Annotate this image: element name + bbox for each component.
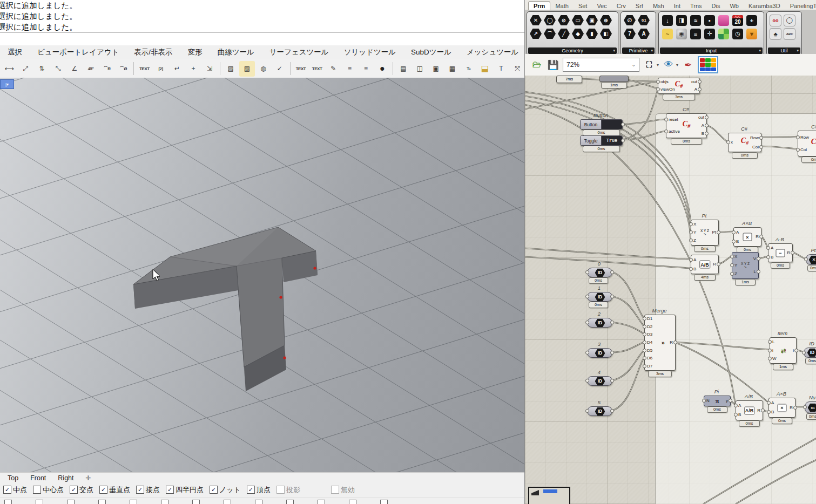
vector-xyz[interactable]: XYZVLX Y Z↘ [732, 252, 759, 279]
checkbox-icon[interactable] [349, 500, 356, 504]
point-add-icon[interactable]: + [186, 61, 201, 77]
gh-tab-crv[interactable]: Crv [612, 2, 631, 10]
list-icon[interactable]: ≡ [342, 61, 357, 77]
viewport-tab-top[interactable]: Top [8, 474, 18, 482]
osnap-option[interactable]: 無効 [331, 485, 355, 495]
text-find-icon[interactable]: TEXT [309, 61, 325, 77]
checkbox-checked-icon[interactable]: ✓ [3, 486, 11, 494]
output-socket[interactable] [698, 87, 702, 91]
multiply-b[interactable]: ABR× [768, 398, 795, 418]
box-copy-icon[interactable]: ▣ [428, 61, 443, 77]
panel-7ms[interactable]: 7ms [556, 76, 582, 83]
text-format-icon[interactable]: T [494, 61, 509, 77]
checkbox-icon[interactable] [130, 500, 137, 504]
button-node[interactable]: Button [580, 119, 623, 130]
boolean-icon[interactable]: ∅ [624, 15, 636, 25]
widget-icon[interactable]: ✛ [704, 29, 715, 39]
sphere-icon[interactable]: ● [375, 61, 390, 77]
output-socket[interactable] [717, 262, 720, 266]
disc-icon[interactable]: ⊘ [558, 15, 570, 25]
output-socket[interactable] [717, 230, 720, 234]
input-socket[interactable] [585, 270, 589, 274]
dim-linear-icon[interactable]: ⟷ [2, 61, 17, 77]
dim-diameter-icon[interactable]: ⌒Ø [116, 61, 131, 77]
dim-angle-icon[interactable]: ∠ [67, 61, 82, 77]
checkbox-icon[interactable] [98, 500, 106, 504]
osnap-option[interactable]: 投影 [277, 485, 300, 495]
gumball-icon[interactable]: + [746, 15, 757, 26]
output-socket[interactable] [757, 270, 760, 274]
surface-icon[interactable]: ◧ [600, 29, 612, 39]
paint-icon[interactable]: ▼ [746, 29, 757, 39]
dim-angle45-icon[interactable]: 45° [83, 61, 98, 77]
dim-check-icon[interactable]: ✓ [272, 61, 287, 77]
output-socket[interactable] [705, 132, 709, 135]
input-socket[interactable] [643, 340, 646, 344]
number-icon[interactable]: 0.1 [638, 15, 650, 25]
output-socket[interactable] [791, 251, 794, 255]
osnap-option[interactable]: ✓四半円点 [166, 485, 204, 495]
menu-item[interactable]: メッシュツール [459, 47, 524, 57]
id-param-4[interactable]: ID [587, 376, 612, 386]
gh-tab-karamba3d[interactable]: Karamba3D [744, 2, 785, 10]
text-icon[interactable]: TEXT [137, 61, 152, 77]
mesh-icon[interactable]: ⊕ [600, 15, 612, 25]
chevron-down-icon[interactable]: ▾ [676, 63, 678, 67]
input-socket[interactable] [664, 130, 668, 133]
input-socket[interactable] [656, 80, 660, 84]
stack-icon[interactable]: ≡ [690, 29, 701, 39]
calendar-icon[interactable]: AUG20 [732, 15, 743, 26]
arc-icon[interactable]: ⌒ [544, 29, 556, 39]
text-dot-icon[interactable]: T• [461, 61, 476, 77]
point-icon[interactable]: ◆ [572, 29, 584, 39]
input-socket[interactable] [730, 255, 734, 258]
input-socket[interactable] [702, 399, 706, 403]
t-shaped-solid[interactable] [133, 227, 318, 391]
osnap-option[interactable]: 中心点 [33, 485, 64, 495]
abc-icon[interactable]: ABC [784, 28, 795, 40]
input-socket[interactable] [796, 148, 800, 152]
panel-label[interactable]: Geometry▾ [528, 47, 617, 54]
checkbox-icon[interactable] [192, 500, 200, 504]
input-socket[interactable] [689, 267, 693, 271]
construct-point[interactable]: XYZPtX Y Z↘ [691, 220, 719, 246]
menu-item[interactable]: 曲線ツール [210, 47, 262, 57]
clock-icon[interactable]: ◷ [732, 29, 743, 39]
input-socket[interactable] [768, 340, 772, 344]
box-display-icon[interactable]: ◫ [412, 61, 427, 77]
input-socket[interactable] [730, 263, 734, 267]
import-icon[interactable]: ↓ [662, 15, 673, 26]
preview-eye-icon[interactable]: 👁 [662, 58, 675, 71]
output-socket[interactable] [610, 295, 614, 298]
input-socket[interactable] [643, 364, 646, 368]
input-socket[interactable] [689, 258, 693, 262]
input-socket[interactable] [732, 240, 736, 243]
folder-text-icon[interactable]: ⬓ [477, 61, 493, 77]
toggle-node[interactable]: ToggleTrue [580, 135, 623, 146]
output-socket[interactable] [621, 139, 625, 142]
csharp-rowcol[interactable]: xRowColC# [728, 133, 761, 152]
gh-tab-math[interactable]: Math [550, 2, 573, 10]
osnap-option[interactable]: ✓頂点 [247, 485, 271, 495]
divide-a[interactable]: ABRA/B [691, 255, 719, 274]
osnap-option[interactable]: ✓中点 [3, 485, 27, 495]
open-file-icon[interactable]: 🗁 [530, 58, 543, 71]
dim-vertical-icon[interactable]: ⇅ [34, 61, 49, 77]
input-socket[interactable] [585, 295, 589, 298]
gh-tab-set[interactable]: Set [574, 2, 592, 10]
subtract[interactable]: ABR− [768, 243, 793, 262]
checkbox-icon[interactable] [380, 500, 388, 504]
text-param-icon[interactable]: A [638, 29, 650, 39]
checkbox-icon[interactable] [255, 500, 262, 504]
input-socket[interactable] [664, 118, 668, 121]
gh-tab-int[interactable]: Int [669, 2, 685, 10]
gh-canvas[interactable]: 7ms1msButtonButton0msToggleTrue0msobjsvi… [525, 76, 816, 504]
menu-item[interactable]: ソリッドツール [336, 47, 403, 57]
output-socket[interactable] [610, 351, 614, 355]
gh-tab-vec[interactable]: Vec [592, 2, 611, 10]
menu-item[interactable]: 変形 [180, 47, 210, 57]
input-socket[interactable] [585, 409, 589, 413]
scale-2d-icon[interactable]: ⤧ [510, 61, 525, 77]
input-socket[interactable] [767, 401, 771, 405]
galapagos-icon[interactable]: oo [770, 15, 781, 26]
